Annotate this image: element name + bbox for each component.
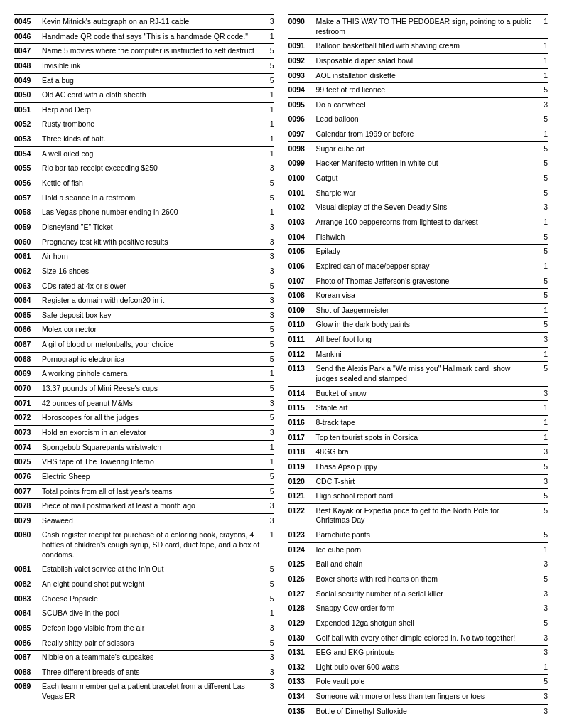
item-description: Balloon basketball filled with shaving c… <box>313 41 537 51</box>
item-points: 5 <box>536 320 548 328</box>
list-item: 0085 Defcon logo visible from the air 3 <box>14 621 274 636</box>
list-item: 0130 Golf ball with every other dimple c… <box>288 631 549 646</box>
item-number: 0046 <box>14 32 39 41</box>
item-description: Horoscopes for all the judges <box>39 413 263 423</box>
item-number: 0052 <box>14 119 39 128</box>
item-points: 3 <box>263 682 274 690</box>
left-column: 0045 Kevin Mitnick's autograph on an RJ-… <box>14 14 274 718</box>
list-item: 0094 99 feet of red licorice 5 <box>288 82 549 97</box>
item-description: Expired can of mace/pepper spray <box>313 262 537 272</box>
item-number: 0115 <box>288 403 313 412</box>
list-item: 0100 Catgut 5 <box>288 171 549 186</box>
item-description: Size 16 shoes <box>39 267 263 277</box>
item-number: 0045 <box>14 17 39 26</box>
list-item: 0078 Piece of mail postmarked at least a… <box>14 498 274 513</box>
item-points: 5 <box>263 76 274 85</box>
item-points: 1 <box>536 71 548 80</box>
item-number: 0088 <box>14 668 39 676</box>
item-description: Handmade QR code that says "This is a ha… <box>39 32 263 42</box>
item-points: 5 <box>263 579 274 588</box>
list-item: 0051 Herp and Derp 1 <box>14 102 274 117</box>
page: 0045 Kevin Mitnick's autograph on an RJ-… <box>14 14 548 728</box>
item-points: 5 <box>536 247 548 255</box>
right-column: 0090 Make a THIS WAY TO THE PEDOBEAR sig… <box>288 14 549 718</box>
item-description: Mankini <box>313 350 537 360</box>
item-number: 0092 <box>288 56 313 65</box>
item-description: Molex connector <box>39 325 263 335</box>
item-number: 0129 <box>288 619 313 627</box>
list-item: 0093 AOL installation diskette 1 <box>288 68 549 83</box>
item-points: 3 <box>263 164 274 172</box>
item-points: 1 <box>263 32 274 41</box>
item-number: 0080 <box>14 530 39 539</box>
list-item: 0096 Lead balloon 5 <box>288 112 549 127</box>
item-number: 0132 <box>288 663 313 671</box>
item-points: 1 <box>263 369 274 378</box>
item-points: 5 <box>263 178 274 187</box>
item-number: 0089 <box>14 682 39 690</box>
list-item: 0102 Visual display of the Seven Deadly … <box>288 200 549 215</box>
item-description: 48GG bra <box>313 447 537 457</box>
list-item: 0123 Parachute pants 5 <box>288 528 549 542</box>
item-description: VHS tape of The Towering Inferno <box>39 457 263 467</box>
item-points: 5 <box>536 173 548 182</box>
item-points: 3 <box>263 223 274 231</box>
item-number: 0066 <box>14 325 39 333</box>
item-number: 0122 <box>288 506 313 515</box>
item-points: 3 <box>536 477 548 486</box>
item-points: 5 <box>536 619 548 627</box>
list-item: 0105 Epilady 5 <box>288 244 549 259</box>
item-description: Sugar cube art <box>313 144 537 154</box>
item-points: 3 <box>536 100 548 109</box>
item-points: 5 <box>536 574 548 583</box>
item-number: 0102 <box>288 203 313 211</box>
item-number: 0064 <box>14 296 39 304</box>
item-number: 0091 <box>288 41 313 50</box>
item-points: 1 <box>263 134 274 143</box>
item-points: 1 <box>263 149 274 158</box>
list-item: 0055 Rio bar tab receipt exceeding $250 … <box>14 161 274 176</box>
item-points: 1 <box>536 418 548 427</box>
item-number: 0078 <box>14 501 39 510</box>
item-description: Pregnancy test kit with positive results <box>39 237 263 247</box>
item-points: 1 <box>263 90 274 99</box>
item-number: 0124 <box>288 545 313 554</box>
item-points: 1 <box>536 129 548 138</box>
list-item: 0049 Eat a bug 5 <box>14 73 274 88</box>
item-points: 5 <box>536 530 548 539</box>
list-item: 0065 Safe deposit box key 3 <box>14 308 274 323</box>
item-number: 0067 <box>14 340 39 348</box>
item-points: 3 <box>536 589 548 598</box>
list-item: 0124 Ice cube porn 1 <box>288 542 549 557</box>
list-item: 0099 Hacker Manifesto written in white-o… <box>288 156 549 171</box>
item-number: 0051 <box>14 105 39 114</box>
item-description: Best Kayak or Expedia price to get to th… <box>313 506 537 525</box>
item-number: 0048 <box>14 61 39 70</box>
item-number: 0071 <box>14 399 39 407</box>
list-item: 0125 Ball and chain 3 <box>288 557 549 572</box>
item-description: Piece of mail postmarked at least a mont… <box>39 501 263 511</box>
item-points: 3 <box>263 428 274 437</box>
list-item: 0062 Size 16 shoes 3 <box>14 264 274 279</box>
item-number: 0085 <box>14 623 39 632</box>
item-description: Boxer shorts with red hearts on them <box>313 574 537 584</box>
item-description: Lead balloon <box>313 114 537 124</box>
item-description: Las Vegas phone number ending in 2600 <box>39 208 263 218</box>
list-item: 0090 Make a THIS WAY TO THE PEDOBEAR sig… <box>288 14 549 38</box>
list-item: 0113 Send the Alexis Park a "We miss you… <box>288 361 549 385</box>
item-description: Epilady <box>313 247 537 257</box>
list-item: 0084 SCUBA dive in the pool 1 <box>14 606 274 621</box>
item-points: 3 <box>536 692 548 700</box>
item-number: 0126 <box>288 574 313 583</box>
item-number: 0057 <box>14 193 39 202</box>
item-points: 5 <box>263 564 274 573</box>
list-item: 0056 Kettle of fish 5 <box>14 176 274 191</box>
item-description: Pole vault pole <box>313 677 537 687</box>
list-item: 0067 A gil of blood or melonballs, your … <box>14 337 274 352</box>
list-item: 0098 Sugar cube art 5 <box>288 141 549 156</box>
list-item: 0097 Calendar from 1999 or before 1 <box>288 127 549 141</box>
list-item: 0057 Hold a seance in a restroom 5 <box>14 191 274 205</box>
list-item: 0074 Spongebob Squarepants wristwatch 1 <box>14 440 274 455</box>
list-item: 0126 Boxer shorts with red hearts on the… <box>288 572 549 587</box>
item-number: 0098 <box>288 144 313 153</box>
